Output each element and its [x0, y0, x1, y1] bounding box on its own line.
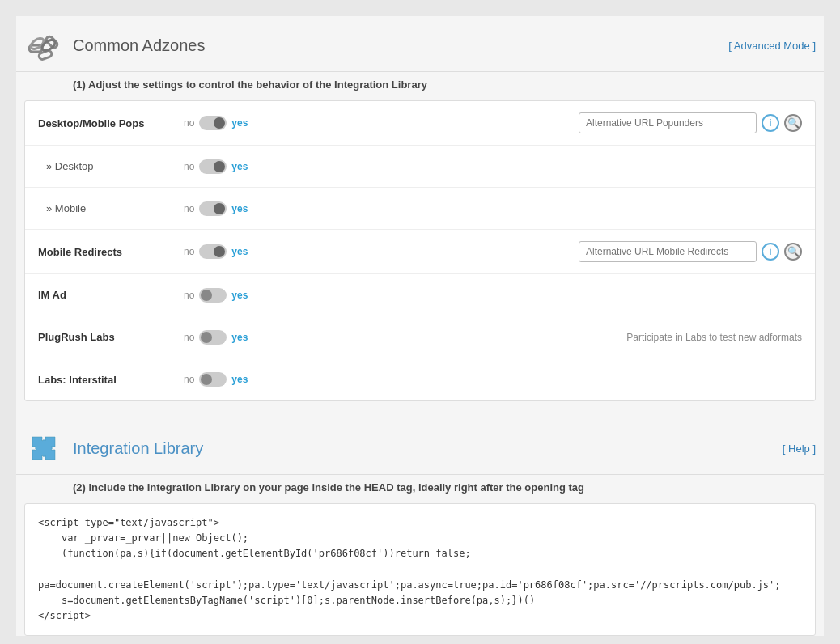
setting-row-mobile: » Mobilenoyes	[25, 188, 815, 230]
puzzle-icon	[24, 429, 63, 468]
main-container: Common Adzones [ Advanced Mode ] (1) Adj…	[16, 16, 824, 636]
info-icon-mobile-redirects[interactable]: i	[762, 243, 779, 261]
toggle-knob-mobile-redirects	[214, 246, 225, 257]
toggle-mobile[interactable]	[199, 201, 227, 216]
toggle-im-ad[interactable]	[199, 288, 227, 303]
advanced-mode-link[interactable]: [ Advanced Mode ]	[728, 40, 816, 52]
labs-text-plugrush-labs: Participate in Labs to test new adformat…	[626, 332, 802, 343]
no-label-desktop-mobile-pops: no	[184, 117, 194, 129]
setting-controls-desktop: noyes	[184, 159, 248, 174]
setting-label-mobile-redirects: Mobile Redirects	[38, 246, 184, 258]
yes-label-mobile: yes	[231, 203, 248, 214]
setting-extra-mobile-redirects: i🔍	[579, 241, 802, 262]
yes-label-im-ad: yes	[231, 290, 248, 301]
no-label-im-ad: no	[184, 290, 194, 301]
setting-label-desktop: » Desktop	[38, 160, 184, 172]
toggle-knob-desktop-mobile-pops	[214, 117, 225, 129]
setting-row-desktop: » Desktopnoyes	[25, 146, 815, 188]
code-box: <script type="text/javascript"> var _prv…	[24, 503, 816, 636]
setting-row-im-ad: IM Adnoyes	[25, 274, 815, 316]
no-label-desktop: no	[184, 161, 194, 172]
setting-label-im-ad: IM Ad	[38, 289, 184, 301]
no-label-plugrush-labs: no	[184, 332, 194, 343]
yes-label-plugrush-labs: yes	[231, 332, 248, 343]
setting-label-plugrush-labs: PlugRush Labs	[38, 331, 184, 343]
setting-extra-plugrush-labs: Participate in Labs to test new adformat…	[626, 332, 802, 343]
settings-panel: Desktop/Mobile Popsnoyesi🔍» Desktopnoyes…	[24, 100, 816, 401]
no-label-mobile-redirects: no	[184, 246, 194, 257]
url-input-mobile-redirects[interactable]	[579, 241, 757, 262]
toggle-knob-desktop	[214, 161, 225, 172]
setting-controls-mobile-redirects: noyes	[184, 244, 248, 259]
setting-controls-plugrush-labs: noyes	[184, 330, 248, 345]
toggle-desktop[interactable]	[199, 159, 227, 174]
toggle-knob-mobile	[214, 203, 225, 214]
adzones-header-left: Common Adzones	[24, 26, 205, 65]
setting-controls-desktop-mobile-pops: noyes	[184, 116, 248, 130]
setting-controls-labs-interstitial: noyes	[184, 372, 248, 387]
help-link[interactable]: [ Help ]	[783, 443, 816, 455]
adzones-title: Common Adzones	[73, 36, 205, 55]
setting-label-labs-interstitial: Labs: Interstital	[38, 374, 184, 386]
no-label-mobile: no	[184, 203, 194, 214]
toggle-labs-interstitial[interactable]	[199, 372, 227, 387]
setting-controls-im-ad: noyes	[184, 288, 248, 303]
yes-label-desktop: yes	[231, 161, 248, 172]
yes-label-mobile-redirects: yes	[231, 246, 248, 257]
yes-label-labs-interstitial: yes	[231, 374, 248, 385]
search-icon-mobile-redirects[interactable]: 🔍	[784, 243, 802, 261]
search-icon-desktop-mobile-pops[interactable]: 🔍	[784, 114, 802, 132]
integration-section: Integration Library [ Help ] (2) Include…	[16, 421, 824, 636]
no-label-labs-interstitial: no	[184, 374, 194, 385]
toggle-desktop-mobile-pops[interactable]	[199, 116, 227, 130]
url-input-desktop-mobile-pops[interactable]	[579, 112, 757, 133]
toggle-plugrush-labs[interactable]	[199, 330, 227, 345]
adzones-subtitle: (1) Adjust the settings to control the b…	[16, 72, 824, 100]
integration-subtitle: (2) Include the Integration Library on y…	[16, 475, 824, 503]
setting-label-mobile: » Mobile	[38, 202, 184, 214]
adzones-icon	[24, 26, 63, 65]
setting-extra-desktop-mobile-pops: i🔍	[579, 112, 802, 133]
setting-row-plugrush-labs: PlugRush LabsnoyesParticipate in Labs to…	[25, 316, 815, 358]
integration-title: Integration Library	[73, 439, 203, 458]
toggle-knob-plugrush-labs	[201, 332, 212, 343]
code-text: <script type="text/javascript"> var _prv…	[38, 515, 802, 624]
toggle-mobile-redirects[interactable]	[199, 244, 227, 259]
toggle-knob-im-ad	[201, 290, 212, 301]
setting-row-mobile-redirects: Mobile Redirectsnoyesi🔍	[25, 230, 815, 274]
setting-row-labs-interstitial: Labs: Interstitalnoyes	[25, 358, 815, 400]
adzones-section: Common Adzones [ Advanced Mode ] (1) Adj…	[16, 16, 824, 401]
integration-header-left: Integration Library	[24, 429, 203, 468]
setting-row-desktop-mobile-pops: Desktop/Mobile Popsnoyesi🔍	[25, 101, 815, 146]
yes-label-desktop-mobile-pops: yes	[231, 117, 248, 129]
integration-header: Integration Library [ Help ]	[16, 421, 824, 475]
setting-controls-mobile: noyes	[184, 201, 248, 216]
toggle-knob-labs-interstitial	[201, 374, 212, 385]
adzones-header: Common Adzones [ Advanced Mode ]	[16, 16, 824, 72]
info-icon-desktop-mobile-pops[interactable]: i	[762, 114, 779, 132]
setting-label-desktop-mobile-pops: Desktop/Mobile Pops	[38, 117, 184, 129]
